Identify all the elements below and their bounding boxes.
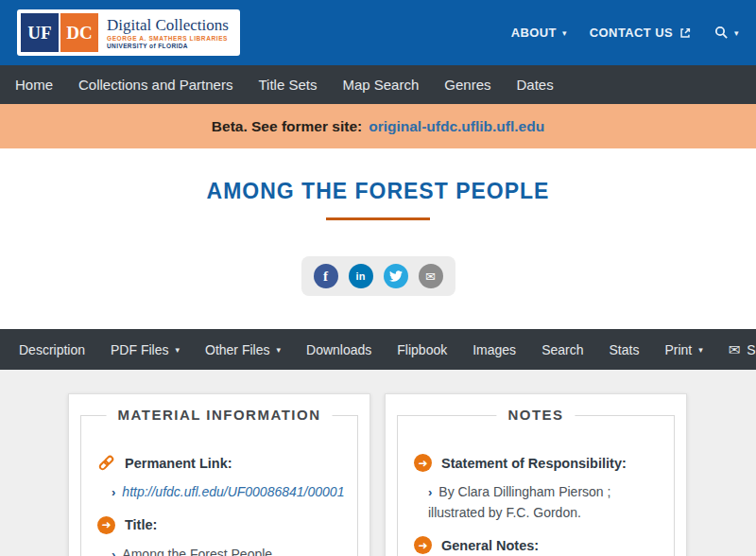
linkedin-share-icon[interactable]: in	[349, 264, 373, 288]
statement-of-responsibility-label: Statement of Responsibility:	[441, 456, 627, 471]
ufdc-logo[interactable]: UF DC Digital Collections GEORGE A. SMAT…	[17, 9, 240, 56]
search-icon	[714, 26, 729, 40]
uf-logo-square: UF	[21, 13, 59, 52]
print-label: Print	[664, 342, 692, 357]
nav-item-collections-and-partners[interactable]: Collections and Partners	[78, 77, 232, 93]
panel-material-information: MATERIAL INFORMATION Permanent Link: ›ht…	[68, 393, 370, 556]
nav-item-dates[interactable]: Dates	[516, 77, 553, 93]
statement-of-responsibility-label-row: ➜ Statement of Responsibility:	[414, 454, 658, 472]
header-nav: ABOUT ▾ CONTACT US ▾	[511, 26, 739, 40]
site-header: UF DC Digital Collections GEORGE A. SMAT…	[0, 0, 756, 65]
material-information-title: MATERIAL INFORMATION	[107, 407, 333, 423]
chevron-down-icon: ▾	[276, 346, 281, 355]
search-menu[interactable]: ▾	[714, 26, 739, 40]
beta-banner-text: Beta. See former site:	[212, 118, 362, 135]
logo-subtitle-university: UNIVERSITY of FLORIDA	[107, 43, 229, 49]
panel-notes: NOTES ➜ Statement of Responsibility: ›By…	[385, 393, 687, 556]
chevron-right-icon: ›	[112, 547, 115, 556]
hero-section: AMONG THE FOREST PEOPLE f in ✉	[0, 148, 756, 296]
title-value: Among the Forest People	[122, 547, 272, 556]
title-label: Title:	[125, 517, 157, 532]
arrow-circle-icon: ➜	[414, 454, 432, 472]
chevron-down-icon: ▾	[562, 29, 567, 38]
main-navbar: Home Collections and Partners Title Sets…	[0, 65, 756, 104]
send-label: Send	[747, 342, 756, 357]
statement-of-responsibility-value-row: ›By Clara Dillingham Pierson ; illustrat…	[428, 482, 658, 523]
email-share-icon[interactable]: ✉	[419, 264, 443, 288]
nav-item-genres[interactable]: Genres	[444, 77, 490, 93]
dc-logo-square: DC	[60, 13, 98, 52]
logo-subtitle-libraries: GEORGE A. SMATHERS LIBRARIES	[107, 35, 229, 42]
arrow-circle-icon: ➜	[414, 536, 432, 554]
facebook-share-icon[interactable]: f	[314, 264, 338, 288]
content-area: MATERIAL INFORMATION Permanent Link: ›ht…	[0, 370, 756, 556]
toolbar-stats[interactable]: Stats	[609, 342, 639, 357]
toolbar-pdf-files-menu[interactable]: PDF Files ▾	[111, 342, 180, 357]
chevron-right-icon: ›	[428, 485, 432, 499]
toolbar-search[interactable]: Search	[541, 342, 583, 357]
chevron-down-icon: ▾	[175, 346, 180, 355]
contact-us-link[interactable]: CONTACT US	[590, 26, 692, 40]
title-value-row: ›Among the Forest People	[112, 545, 341, 556]
twitter-share-icon[interactable]	[384, 264, 408, 288]
toolbar-description[interactable]: Description	[19, 342, 85, 357]
material-information-fieldset: MATERIAL INFORMATION Permanent Link: ›ht…	[80, 415, 358, 556]
notes-fieldset: NOTES ➜ Statement of Responsibility: ›By…	[397, 415, 675, 556]
chevron-right-icon: ›	[112, 485, 115, 499]
toolbar-print-menu[interactable]: Print ▾	[664, 342, 702, 357]
ufdc-logo-squares: UF DC	[21, 13, 98, 52]
toolbar-images[interactable]: Images	[472, 342, 516, 357]
link-icon	[97, 454, 115, 472]
toolbar-right-group: Stats Print ▾ ✉ Send	[609, 342, 756, 357]
external-link-icon	[679, 26, 692, 40]
item-toolbar: Description PDF Files ▾ Other Files ▾ Do…	[0, 329, 756, 370]
about-menu[interactable]: ABOUT ▾	[511, 26, 567, 40]
chevron-down-icon: ▾	[698, 346, 703, 355]
general-notes-label: General Notes:	[441, 538, 539, 553]
page-title: AMONG THE FOREST PEOPLE	[0, 179, 756, 204]
other-files-label: Other Files	[205, 342, 269, 357]
statement-of-responsibility-value: By Clara Dillingham Pierson ; illustrate…	[428, 484, 610, 520]
permanent-link-url[interactable]: http://ufdc.ufl.edu/UF00086841/00001	[122, 484, 344, 499]
toolbar-send[interactable]: ✉ Send	[729, 342, 756, 357]
former-site-link[interactable]: original-ufdc.uflib.ufl.edu	[369, 118, 544, 135]
chevron-down-icon: ▾	[734, 29, 739, 38]
arrow-circle-icon: ➜	[97, 516, 115, 534]
title-underline	[326, 217, 430, 220]
toolbar-other-files-menu[interactable]: Other Files ▾	[205, 342, 281, 357]
about-label: ABOUT	[511, 26, 557, 40]
contact-us-label: CONTACT US	[590, 26, 673, 40]
beta-banner: Beta. See former site: original-ufdc.ufl…	[0, 104, 756, 148]
general-notes-label-row: ➜ General Notes:	[414, 536, 658, 554]
notes-title: NOTES	[496, 407, 575, 423]
permanent-link-label-row: Permanent Link:	[97, 454, 341, 472]
permanent-link-value-row: ›http://ufdc.ufl.edu/UF00086841/00001	[112, 482, 341, 503]
envelope-icon: ✉	[729, 342, 741, 356]
title-label-row: ➜ Title:	[97, 516, 341, 534]
pdf-files-label: PDF Files	[111, 342, 168, 357]
nav-item-home[interactable]: Home	[15, 77, 53, 93]
toolbar-downloads[interactable]: Downloads	[306, 342, 371, 357]
nav-item-title-sets[interactable]: Title Sets	[258, 77, 317, 93]
logo-text: Digital Collections GEORGE A. SMATHERS L…	[107, 16, 229, 49]
permanent-link-label: Permanent Link:	[125, 456, 232, 471]
logo-title: Digital Collections	[107, 16, 229, 35]
toolbar-flipbook[interactable]: Flipbook	[397, 342, 447, 357]
social-share-bar: f in ✉	[301, 256, 455, 296]
nav-item-map-search[interactable]: Map Search	[342, 77, 419, 93]
